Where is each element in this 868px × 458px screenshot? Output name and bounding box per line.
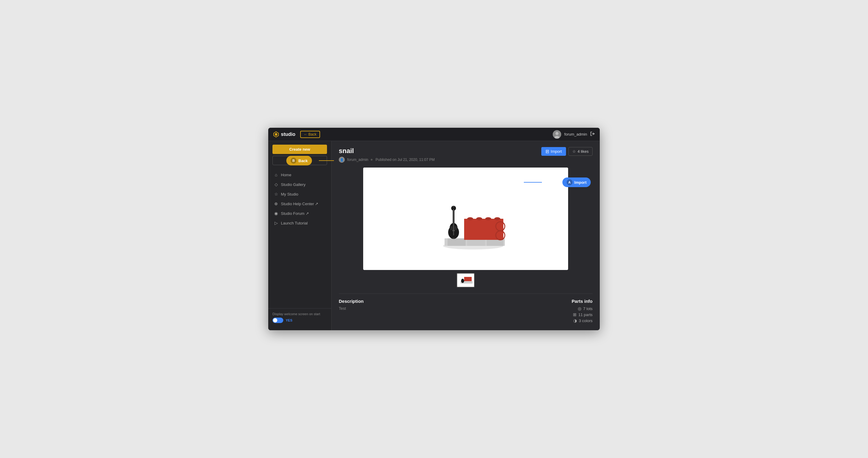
logo: studio: [273, 131, 296, 137]
logout-icon: [590, 131, 595, 136]
sidebar-item-tutorial[interactable]: ▷ Launch Tutorial: [268, 218, 331, 228]
home-icon: ⌂: [274, 172, 278, 177]
welcome-screen-label: Display welcome screen on start: [273, 312, 327, 316]
svg-rect-7: [447, 238, 466, 246]
header-left: studio ← Back: [273, 131, 320, 138]
svg-marker-1: [275, 133, 277, 136]
sidebar-footer: Display welcome screen on start YES: [268, 308, 331, 327]
parts-list: ◎ 7 lots ⊞ 11 parts ◑ 3 colors: [538, 306, 592, 323]
svg-rect-27: [453, 238, 455, 239]
logout-button[interactable]: [590, 131, 595, 137]
create-new-button[interactable]: Create new: [273, 144, 327, 154]
tutorial-icon: ▷: [274, 221, 278, 225]
parts-colors: ◑ 3 colors: [538, 318, 592, 323]
author-avatar: 👤: [339, 157, 345, 163]
avatar: [553, 130, 561, 139]
back-callout-label: Back: [299, 159, 308, 163]
lots-icon: ◎: [578, 306, 581, 311]
sidebar-item-help-center[interactable]: ⊕ Studio Help Center ↗: [268, 199, 331, 208]
back-callout: B Back: [286, 156, 312, 165]
sidebar-item-help-label: Studio Help Center ↗: [281, 202, 318, 206]
back-callout-line: [319, 160, 334, 161]
description-text: Test: [339, 306, 538, 310]
description-block: Description Test: [339, 299, 538, 324]
import-callout-badge: A: [567, 179, 572, 185]
content-actions: Import ☆ 4 likes: [541, 147, 592, 156]
import-button-label: Import: [551, 149, 562, 154]
my-studio-icon: ☆: [274, 192, 278, 196]
thumb-image-1: [458, 274, 473, 286]
likes-label: 4 likes: [578, 149, 589, 154]
model-viewer: [363, 167, 568, 270]
header-right: forum_admin: [553, 130, 595, 139]
sidebar-item-studio-gallery[interactable]: ◇ Studio Gallery: [268, 179, 331, 189]
sidebar-item-forum-label: Studio Forum ↗: [281, 211, 309, 216]
svg-point-30: [461, 279, 464, 283]
model-info: snail 👤 forum_admin Published on Jul 21,…: [339, 147, 435, 163]
published-dot: [371, 159, 373, 161]
username: forum_admin: [564, 132, 587, 136]
welcome-toggle[interactable]: [273, 318, 283, 323]
lots-value: 7 lots: [583, 306, 592, 311]
description-title: Description: [339, 299, 538, 304]
thumbnail-1[interactable]: [457, 273, 475, 288]
import-button[interactable]: Import: [541, 147, 566, 156]
likes-button[interactable]: ☆ 4 likes: [568, 147, 592, 156]
back-button[interactable]: ← Back: [300, 131, 320, 138]
toggle-yes-label: YES: [286, 319, 292, 322]
thumbnail-strip: [339, 273, 592, 288]
back-callout-badge: B: [290, 158, 297, 164]
avatar-image: [553, 130, 561, 139]
header: studio ← Back forum_admin: [268, 128, 600, 141]
svg-point-13: [485, 217, 491, 220]
help-icon: ⊕: [274, 201, 278, 206]
parts-lots: ◎ 7 lots: [538, 306, 592, 311]
parts-count: ⊞ 11 parts: [538, 312, 592, 317]
logo-icon: [273, 131, 279, 137]
app-title: studio: [281, 132, 296, 137]
published-date: Published on Jul 21, 2020, 11:07 PM: [375, 158, 435, 162]
parts-info: Parts info ◎ 7 lots ⊞ 11 parts ◑: [538, 299, 592, 324]
model-image: [421, 179, 511, 258]
star-icon: ☆: [572, 149, 576, 154]
svg-rect-28: [464, 277, 472, 282]
content-header: snail 👤 forum_admin Published on Jul 21,…: [339, 147, 592, 163]
parts-value: 11 parts: [578, 313, 592, 317]
sidebar-item-tutorial-label: Launch Tutorial: [281, 221, 308, 225]
sidebar-item-home[interactable]: ⌂ Home: [268, 170, 331, 179]
import-callout-label: Import: [575, 180, 587, 185]
sidebar-item-gallery-label: Studio Gallery: [281, 182, 306, 187]
bottom-section: Description Test Parts info ◎ 7 lots ⊞: [339, 293, 592, 324]
sidebar-item-home-label: Home: [281, 173, 291, 177]
import-callout-line: [524, 182, 542, 183]
parts-icon: ⊞: [573, 312, 577, 317]
sidebar-item-forum[interactable]: ◉ Studio Forum ↗: [268, 208, 331, 218]
gallery-icon: ◇: [274, 182, 278, 187]
import-callout: A Import: [562, 177, 591, 187]
parts-info-title: Parts info: [538, 299, 592, 304]
forum-icon: ◉: [274, 211, 278, 216]
svg-point-3: [555, 132, 558, 135]
app-window: studio ← Back forum_admin: [268, 128, 600, 330]
toggle-row: YES: [273, 318, 327, 323]
svg-point-12: [476, 217, 482, 220]
svg-rect-26: [453, 230, 455, 231]
colors-value: 3 colors: [579, 319, 592, 323]
svg-point-14: [494, 217, 500, 220]
sidebar-item-my-studio[interactable]: ☆ My Studio: [268, 189, 331, 199]
svg-point-22: [453, 206, 455, 207]
back-button-label: ← Back: [304, 132, 316, 136]
import-icon: [546, 150, 549, 153]
svg-point-11: [467, 217, 473, 220]
sidebar-nav: ⌂ Home ◇ Studio Gallery ☆ My Studio ⊕ St…: [268, 169, 331, 308]
sidebar: Create new Open file ⌂ Home ◇ Studio Gal…: [268, 141, 332, 330]
content-area: snail 👤 forum_admin Published on Jul 21,…: [332, 141, 600, 330]
model-title: snail: [339, 147, 435, 155]
sidebar-item-my-studio-label: My Studio: [281, 192, 299, 196]
model-meta: 👤 forum_admin Published on Jul 21, 2020,…: [339, 157, 435, 163]
author-name: forum_admin: [347, 158, 368, 162]
colors-icon: ◑: [573, 318, 577, 323]
main-layout: Create new Open file ⌂ Home ◇ Studio Gal…: [268, 141, 600, 330]
